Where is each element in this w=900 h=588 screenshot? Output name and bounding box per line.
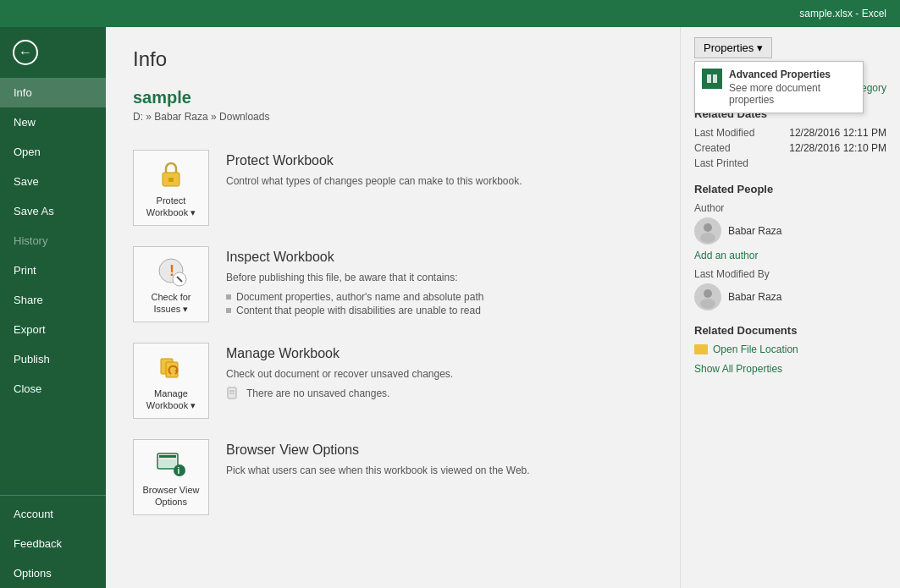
inspect-workbook-list: Document properties, author's name and a… (226, 290, 653, 317)
protect-workbook-title: Protect Workbook (226, 153, 653, 168)
author-label-row: Author (694, 202, 886, 214)
manage-workbook-label: ManageWorkbook ▾ (146, 387, 196, 412)
sidebar: ← Info New Open Save Save As History Pri… (0, 27, 106, 588)
svg-rect-1 (168, 178, 174, 182)
related-dates-section: Related Dates Last Modified 12/28/2016 1… (694, 107, 886, 169)
sidebar-item-save-as[interactable]: Save As (0, 196, 106, 226)
browser-view-card: i Browser ViewOptions Browser View Optio… (133, 432, 653, 522)
inspect-workbook-card: ! Check forIssues ▾ Inspect Workbook Bef… (133, 239, 653, 329)
sidebar-item-new[interactable]: New (0, 107, 106, 137)
check-for-issues-label: Check forIssues ▾ (151, 291, 190, 316)
inspect-icon: ! (154, 254, 188, 288)
protect-workbook-content: Protect Workbook Control what types of c… (226, 150, 653, 194)
last-printed-row: Last Printed (694, 157, 886, 169)
svg-rect-14 (159, 459, 176, 467)
related-documents-section: Related Documents Open File Location Sho… (694, 324, 886, 375)
svg-text:i: i (178, 466, 180, 475)
last-modified-by-label: Last Modified By (694, 268, 886, 280)
author-avatar (694, 217, 721, 245)
svg-rect-18 (707, 74, 711, 83)
page-title: Info (133, 47, 653, 71)
created-row: Created 12/28/2016 12:10 PM (694, 142, 886, 154)
inspect-workbook-desc: Before publishing this file, be aware th… (226, 270, 653, 285)
author-label: Author (694, 202, 724, 214)
properties-label: Properties ▾ (704, 41, 763, 54)
related-people-title: Related People (694, 183, 886, 195)
author-name: Babar Raza (728, 225, 781, 237)
sidebar-item-close[interactable]: Close (0, 374, 106, 404)
last-modified-value: 12/28/2016 12:11 PM (789, 127, 886, 139)
manage-workbook-button[interactable]: ManageWorkbook ▾ (133, 343, 209, 419)
back-button[interactable]: ← (7, 34, 44, 71)
protect-workbook-label: ProtectWorkbook ▾ (146, 195, 196, 219)
related-people-section: Related People Author Babar Raza Add an … (694, 183, 886, 310)
sidebar-item-export[interactable]: Export (0, 315, 106, 344)
created-label: Created (694, 142, 731, 154)
lock-icon (154, 157, 188, 191)
properties-dropdown: Advanced Properties See more document pr… (694, 61, 864, 113)
list-item: Document properties, author's name and a… (226, 290, 653, 304)
manage-workbook-title: Manage Workbook (226, 346, 653, 361)
bullet-icon (226, 308, 231, 313)
sidebar-item-info[interactable]: Info (0, 78, 106, 107)
properties-button[interactable]: Properties ▾ (694, 37, 772, 58)
manage-workbook-desc: Check out document or recover unsaved ch… (226, 366, 653, 382)
open-file-row: Open File Location (694, 343, 886, 355)
folder-icon (694, 344, 708, 354)
bullet-icon (226, 294, 231, 299)
advanced-properties-icon (702, 69, 722, 89)
manage-workbook-icon (154, 350, 188, 384)
browser-view-content: Browser View Options Pick what users can… (226, 439, 653, 483)
last-modified-by-name: Babar Raza (728, 291, 781, 303)
svg-point-21 (700, 233, 715, 243)
protect-workbook-button[interactable]: ProtectWorkbook ▾ (133, 150, 209, 226)
sidebar-item-feedback[interactable]: Feedback (0, 529, 106, 558)
add-author-link[interactable]: Add an author (694, 250, 886, 261)
svg-rect-7 (166, 362, 178, 377)
browser-view-icon: i (154, 447, 188, 481)
advanced-properties-text[interactable]: Advanced Properties See more document pr… (729, 69, 856, 106)
sidebar-item-publish[interactable]: Publish (0, 344, 106, 374)
author-row: Babar Raza (694, 217, 886, 245)
file-path: D: » Babar Raza » Downloads (133, 111, 653, 123)
no-unsaved-text: There are no unsaved changes. (246, 387, 389, 399)
manage-workbook-sub: There are no unsaved changes. (226, 387, 653, 400)
svg-point-20 (704, 223, 712, 232)
open-file-location-link[interactable]: Open File Location (713, 343, 798, 355)
show-all-properties-link[interactable]: Show All Properties (694, 363, 782, 375)
sidebar-item-account[interactable]: Account (0, 499, 106, 529)
browser-view-label: Browser ViewOptions (142, 484, 199, 508)
manage-workbook-card: ManageWorkbook ▾ Manage Workbook Check o… (133, 336, 653, 426)
created-value: 12/28/2016 12:10 PM (789, 142, 886, 154)
advanced-properties-title: Advanced Properties (729, 69, 856, 80)
last-modified-by-row: Babar Raza (694, 283, 886, 310)
title-bar: sample.xlsx - Excel (0, 0, 900, 27)
list-item: Content that people with disabilities ar… (226, 304, 653, 317)
inspect-workbook-content: Inspect Workbook Before publishing this … (226, 246, 653, 317)
inspect-workbook-title: Inspect Workbook (226, 250, 653, 265)
sidebar-item-print[interactable]: Print (0, 256, 106, 285)
sidebar-item-options[interactable]: Options (0, 558, 106, 588)
file-name: sample (133, 88, 653, 107)
last-modified-label: Last Modified (694, 127, 754, 139)
last-modified-row: Last Modified 12/28/2016 12:11 PM (694, 127, 886, 139)
right-panel: Properties ▾ Advanced Properties See mor… (680, 27, 900, 588)
doc-small-icon (226, 387, 240, 400)
sidebar-item-open[interactable]: Open (0, 137, 106, 167)
browser-view-button[interactable]: i Browser ViewOptions (133, 439, 209, 515)
svg-rect-13 (159, 455, 176, 458)
last-printed-label: Last Printed (694, 157, 748, 169)
related-documents-title: Related Documents (694, 324, 886, 337)
svg-rect-19 (713, 74, 717, 83)
protect-workbook-desc: Control what types of changes people can… (226, 173, 653, 189)
svg-point-23 (700, 299, 715, 309)
title-text: sample.xlsx - Excel (799, 8, 886, 19)
manage-workbook-content: Manage Workbook Check out document or re… (226, 343, 653, 400)
sidebar-item-share[interactable]: Share (0, 285, 106, 315)
main-content: Info sample D: » Babar Raza » Downloads … (106, 27, 680, 588)
sidebar-item-history: History (0, 226, 106, 256)
check-for-issues-button[interactable]: ! Check forIssues ▾ (133, 246, 209, 322)
browser-view-title: Browser View Options (226, 442, 653, 458)
sidebar-item-save[interactable]: Save (0, 167, 106, 196)
browser-view-desc: Pick what users can see when this workbo… (226, 463, 653, 478)
